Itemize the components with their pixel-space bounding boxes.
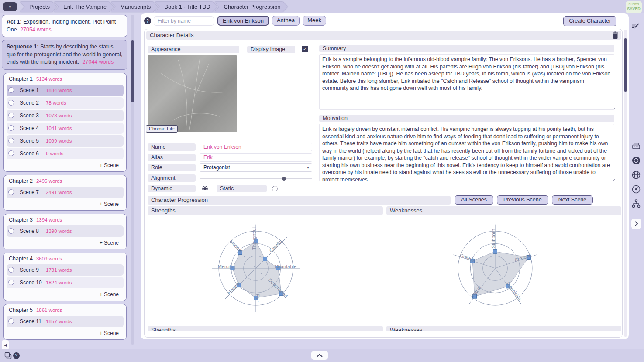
sequence-card[interactable]: Sequence 1: Starts by describing the sta… (2, 40, 127, 70)
gauge-tool-button[interactable] (630, 184, 642, 195)
help-icon-bottom[interactable]: ? (13, 352, 20, 359)
drag-handle-icon[interactable] (8, 318, 14, 324)
tab-meek[interactable]: Meek (303, 16, 326, 26)
scene-row-scene-10[interactable]: Scene 101824 words (7, 277, 124, 288)
scene-row-scene-11[interactable]: Scene 111857 words (7, 316, 124, 327)
summary-textarea[interactable]: Erik is a vampire belonging to the infam… (319, 54, 614, 110)
chapter-header[interactable]: Chapter 22495 words (6, 176, 124, 185)
character-progression-tool-button[interactable] (630, 155, 642, 166)
motivation-textarea[interactable]: Erik is largely driven by constant inter… (319, 124, 614, 181)
alias-label-text: Alias (151, 154, 163, 161)
drag-handle-icon[interactable] (8, 267, 14, 273)
chapter-header[interactable]: Chapter 15134 words (6, 74, 124, 83)
chapter-list: Chapter 15134 wordsScene 11834 wordsScen… (2, 73, 127, 340)
select-caret-icon: ▾ (307, 164, 309, 171)
main-scrollbar-thumb[interactable] (624, 38, 627, 92)
help-icon[interactable]: ? (144, 17, 151, 24)
trash-button[interactable] (612, 31, 619, 41)
radar-axis-label-greedy: Greedy (459, 253, 476, 263)
scroll-up-button[interactable] (311, 351, 328, 360)
main-scrollbar[interactable] (624, 30, 627, 337)
weaknesses-chart: StubbornAnxiousIndecisiveNaiveGreedy (433, 214, 559, 323)
saved-time: 635ms (626, 2, 642, 7)
alignment-slider-thumb[interactable] (282, 177, 286, 181)
chapter-header[interactable]: Chapter 31394 words (6, 215, 124, 224)
scene-row-scene-8[interactable]: Scene 81390 words (7, 225, 124, 237)
drag-handle-icon[interactable] (8, 125, 14, 131)
next-scene-button[interactable]: Next Scene (552, 195, 593, 205)
add-scene-button[interactable]: + Scene (6, 199, 124, 208)
compose-icon[interactable] (630, 22, 640, 31)
breadcrumb-item-character-progression[interactable]: Character Progression (215, 2, 288, 12)
projects-dropdown-button[interactable]: ▾ (3, 2, 17, 11)
sidebar-scrollbar[interactable] (131, 15, 134, 345)
breadcrumb-wrap: Book 1 - Title TBD (155, 2, 217, 12)
add-scene-button[interactable]: + Scene (6, 328, 124, 337)
scene-row-scene-6[interactable]: Scene 69 words (7, 148, 124, 159)
act-card[interactable]: Act 1: Exposition, Inciting Incident, Pl… (2, 15, 127, 37)
scene-row-scene-4[interactable]: Scene 41041 words (7, 123, 124, 134)
static-label: Static (217, 185, 267, 192)
motivation-label: Motivation (319, 115, 614, 122)
character-details-header: Character Details (146, 31, 621, 40)
collapse-sidebar-button[interactable]: ◀ (2, 340, 9, 350)
weaknesses-header-text: Weaknesses (390, 207, 422, 214)
choose-file-button[interactable]: Choose File (146, 125, 178, 133)
name-input[interactable]: Erik von Erikson (200, 143, 312, 151)
create-character-button[interactable]: Create Character (563, 16, 616, 26)
scene-row-scene-5[interactable]: Scene 51099 words (7, 135, 124, 147)
character-details-title: Character Details (150, 32, 193, 38)
display-image-checkbox[interactable]: ✓ (302, 46, 308, 52)
breadcrumb-item-erik-the-vampire[interactable]: Erik The Vampire (54, 2, 114, 12)
sidebar-scrollbar-thumb[interactable] (131, 40, 134, 102)
add-scene-button[interactable]: + Scene (6, 161, 124, 169)
all-scenes-button[interactable]: All Scenes (455, 195, 493, 205)
display-image-label-text: Display Image (251, 46, 285, 52)
collapse-tools-button[interactable] (631, 219, 641, 229)
role-label: Role (148, 164, 196, 171)
saved-label: SAVED (626, 7, 642, 11)
add-scene-button[interactable]: + Scene (6, 290, 124, 298)
scene-row-scene-1[interactable]: Scene 11834 words (7, 85, 124, 96)
drag-handle-icon[interactable] (8, 138, 14, 143)
scene-row-scene-9[interactable]: Scene 91781 words (7, 264, 124, 276)
radar-point-stubborn[interactable] (493, 249, 497, 253)
static-radio[interactable] (272, 186, 278, 191)
scene-name: Scene 11 (20, 318, 46, 324)
chapter-word-count: 1394 words (36, 217, 62, 222)
scene-word-count: 1857 words (46, 319, 72, 324)
tab-anthea[interactable]: Anthea (272, 16, 300, 26)
scene-row-scene-3[interactable]: Scene 31078 words (7, 110, 124, 121)
radar-point-careful[interactable] (263, 257, 267, 261)
scene-name: Scene 6 (20, 150, 46, 157)
add-scene-button[interactable]: + Scene (6, 238, 124, 247)
drag-handle-icon[interactable] (8, 100, 14, 106)
flowchart-tool-button[interactable] (630, 198, 642, 209)
scene-row-scene-2[interactable]: Scene 278 words (7, 97, 124, 109)
breadcrumb-item-book-1-title-tbd[interactable]: Book 1 - Title TBD (155, 2, 217, 12)
drag-handle-icon[interactable] (8, 280, 14, 285)
chapter-title: Chapter 1 (9, 76, 33, 82)
chapter-header[interactable]: Chapter 43609 words (6, 254, 124, 263)
drag-handle-icon[interactable] (8, 113, 14, 118)
world-tool-button[interactable] (630, 169, 642, 181)
role-select[interactable]: Protagonist ▾ (200, 163, 312, 172)
tab-erik-von-erikson[interactable]: Erik von Erikson (217, 16, 269, 26)
drag-handle-icon[interactable] (8, 189, 14, 195)
drag-handle-icon[interactable] (8, 150, 14, 156)
drag-handle-icon[interactable] (8, 87, 14, 93)
alignment-slider[interactable] (200, 178, 312, 179)
dynamic-radio[interactable] (202, 186, 208, 191)
filter-by-name-input[interactable] (154, 16, 214, 26)
top-bar: ▾ ProjectsErik The VampireManuscriptsBoo… (0, 0, 644, 13)
previous-scene-button[interactable]: Previous Scene (497, 195, 548, 205)
chapter-header[interactable]: Chapter 51861 words (6, 305, 124, 314)
static-label-text: Static (220, 185, 234, 191)
breadcrumb-item-projects[interactable]: Projects (20, 2, 57, 12)
notecards-tool-button[interactable] (630, 140, 642, 152)
breadcrumb-item-manuscripts[interactable]: Manuscripts (111, 2, 158, 12)
scene-row-scene-7[interactable]: Scene 72491 words (7, 187, 124, 198)
alias-input[interactable]: Erik (200, 153, 312, 162)
duplicate-button[interactable] (4, 352, 12, 361)
drag-handle-icon[interactable] (8, 228, 14, 234)
